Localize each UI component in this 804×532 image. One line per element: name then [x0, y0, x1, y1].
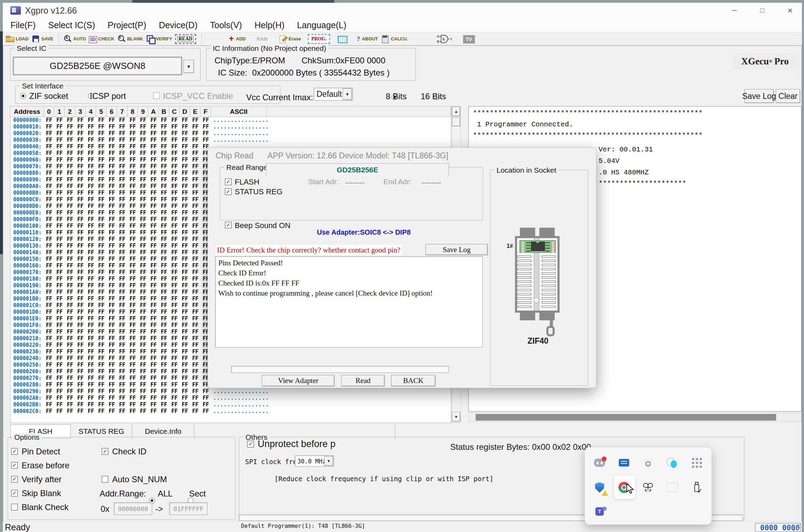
menu-item-selectics[interactable]: Select IC(S): [48, 20, 95, 30]
toolbar-erase-button[interactable]: Erase: [279, 34, 301, 44]
save-log-button[interactable]: Save Log: [744, 89, 774, 103]
check-id-checkbox[interactable]: ✓: [102, 448, 108, 455]
pin-detect-checkbox[interactable]: ✓: [11, 448, 18, 455]
zif-socket-radio[interactable]: [20, 93, 26, 99]
hex-row[interactable]: 00000030:FFFFFFFFFFFFFFFFFFFFFFFFFFFFFFF…: [10, 137, 451, 143]
toolbar-read-button[interactable]: READ: [175, 34, 196, 44]
toolbar-load-button[interactable]: LOAD: [6, 34, 29, 44]
hex-byte: FF: [169, 203, 180, 210]
hex-byte: FF: [117, 170, 127, 177]
vcc-imax-select[interactable]: Default ▼: [314, 88, 353, 101]
hex-byte: FF: [117, 349, 127, 355]
toolbar-check-button[interactable]: IDCHECK: [89, 35, 114, 43]
clear-button[interactable]: Clear: [776, 89, 800, 103]
status-reg-checkbox[interactable]: ✓: [225, 188, 232, 195]
log-hscrollbar[interactable]: [468, 413, 802, 422]
auto-sn-num-checkbox[interactable]: [102, 476, 108, 483]
addr-to-field[interactable]: 01FFFFFF: [169, 502, 208, 515]
verify-after-checkbox[interactable]: ✓: [11, 476, 18, 483]
tray-icon-security-shield[interactable]: [592, 480, 607, 495]
skip-blank-checkbox[interactable]: ✓: [11, 490, 18, 496]
tray-icon-display-settings[interactable]: [616, 455, 632, 470]
tray-icon-brightness[interactable]: ☼: [640, 455, 656, 470]
menu-item-deviced[interactable]: Device(D): [159, 20, 197, 30]
toolbar-verify-button[interactable]: VERIFY: [146, 34, 172, 44]
tray-icon-hidden-app[interactable]: [665, 480, 680, 495]
toolbar-save-button[interactable]: SAVE: [31, 34, 53, 44]
teams-icon: T: [595, 507, 604, 516]
toolbar-tv-button[interactable]: TV: [463, 34, 475, 44]
selected-ic-box[interactable]: GD25B256E @WSON8: [13, 57, 182, 75]
toolbar-gate-button[interactable]: AB&Y: [437, 34, 453, 44]
hex-byte: FF: [75, 388, 86, 395]
spi-clock-select[interactable]: 30.0 MHz ▼: [295, 455, 334, 467]
hex-byte: FF: [107, 269, 117, 276]
menu-item-filef[interactable]: File(F): [10, 20, 36, 30]
hex-byte: FF: [65, 382, 75, 388]
tray-icon-teams[interactable]: T: [592, 504, 607, 519]
menu-item-toolsv[interactable]: Tools(V): [210, 20, 242, 30]
hex-byte: FF: [127, 335, 138, 342]
toolbar-calc-button[interactable]: CALCU.: [381, 34, 408, 44]
tray-icon-butterfly[interactable]: [640, 480, 656, 495]
close-button[interactable]: ✕: [780, 3, 801, 18]
title-bar[interactable]: Xgpro v12.66 ─ □ ✕: [3, 3, 802, 18]
toolbar-auto-button[interactable]: AAUTO: [63, 34, 86, 44]
toolbar-blank-button[interactable]: FBLANK: [117, 34, 143, 44]
minimize-button[interactable]: ─: [724, 3, 745, 18]
toolbar-about-button[interactable]: ?ABOUT: [356, 34, 378, 44]
beep-checkbox[interactable]: ✓: [225, 222, 232, 228]
hex-row[interactable]: 00000010:FFFFFFFFFFFFFFFFFFFFFFFFFFFFFFF…: [10, 124, 451, 130]
hex-row[interactable]: 000002B0:FFFFFFFFFFFFFFFFFFFFFFFFFFFFFFF…: [10, 401, 451, 408]
hex-address: 00000200:: [10, 329, 44, 335]
hex-row[interactable]: 000002C0:FFFFFFFFFFFFFFFFFFFFFFFFFFFFFFF…: [10, 408, 451, 415]
toolbar-chip-button[interactable]: [337, 34, 348, 44]
vscroll-thumb[interactable]: [452, 117, 460, 126]
vcc-dropdown-arrow[interactable]: ▼: [343, 88, 352, 100]
ic-dropdown-button[interactable]: ▼: [184, 60, 194, 73]
back-button-label: BACK: [403, 376, 423, 385]
hex-byte: FF: [148, 322, 159, 329]
blank-check-checkbox[interactable]: [11, 504, 18, 510]
hex-byte: FF: [54, 137, 65, 143]
toolbar-ram-button[interactable]: RAM: [256, 34, 268, 44]
tray-icon-usb-drive[interactable]: [689, 480, 704, 495]
flash-checkbox[interactable]: ✓: [225, 179, 232, 185]
tab-status-reg[interactable]: STATUS REG: [71, 424, 132, 438]
hex-byte: FF: [96, 229, 107, 236]
hex-row[interactable]: 000002A0:FFFFFFFFFFFFFFFFFFFFFFFFFFFFFFF…: [10, 395, 451, 401]
icsp-vcc-checkbox[interactable]: [153, 92, 160, 99]
scroll-down-button[interactable]: ▼: [452, 412, 460, 422]
view-adapter-button[interactable]: View Adapter: [262, 375, 335, 386]
hex-row[interactable]: 00000020:FFFFFFFFFFFFFFFFFFFFFFFFFFFFFFF…: [10, 130, 451, 137]
spi-dropdown-arrow[interactable]: ▼: [324, 456, 333, 466]
tray-icon-app-cyan[interactable]: [665, 455, 680, 470]
scroll-up-button[interactable]: ▲: [452, 107, 460, 116]
hex-byte: FF: [75, 124, 86, 130]
tray-icon-discord[interactable]: [592, 455, 607, 470]
back-button[interactable]: BACK: [391, 375, 436, 386]
dialog-save-log-button[interactable]: Save Log: [426, 244, 488, 255]
tray-icon-apps-grid[interactable]: [689, 455, 704, 470]
menu-item-projectp[interactable]: Project(P): [108, 20, 146, 30]
addr-from-field[interactable]: 00000000: [114, 502, 152, 515]
menu-item-languagel[interactable]: Language(L): [297, 20, 346, 30]
hex-byte: FF: [44, 395, 54, 401]
hex-header-row: Address0123456789ABCDEFASCII: [10, 107, 451, 117]
hscroll-thumb[interactable]: [476, 414, 776, 421]
hex-row[interactable]: 00000000:FFFFFFFFFFFFFFFFFFFFFFFFFFFFFFF…: [10, 117, 451, 124]
chip-tab[interactable]: GD25B256E: [266, 163, 449, 176]
hex-byte: FF: [54, 256, 65, 263]
hex-byte: FF: [117, 229, 127, 236]
read-button[interactable]: Read: [341, 375, 385, 386]
tab-device-info[interactable]: Device.Info: [132, 424, 194, 438]
set-interface-label: Set Interface: [20, 82, 65, 90]
unprotect-checkbox[interactable]: ✓: [247, 441, 254, 447]
dialog-log-box[interactable]: Pins Detected Passed!Check ID Error!Chec…: [215, 256, 483, 347]
toolbar-prog-button[interactable]: PROG.: [308, 34, 330, 44]
erase-before-checkbox[interactable]: ✓: [11, 462, 18, 469]
hex-row[interactable]: 00000290:FFFFFFFFFFFFFFFFFFFFFFFFFFFFFFF…: [10, 388, 451, 395]
maximize-button[interactable]: □: [752, 3, 773, 18]
toolbar-add-button[interactable]: +ADD: [228, 34, 246, 44]
menu-item-helph[interactable]: Help(H): [255, 20, 284, 30]
